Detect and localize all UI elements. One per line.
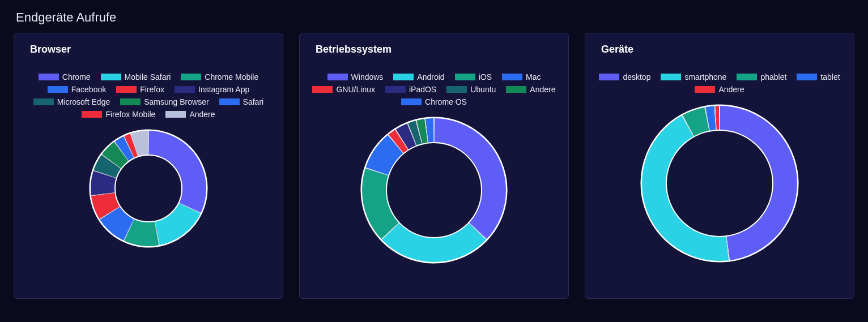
legend-label: Instagram App bbox=[198, 85, 249, 94]
legend-item-browser-2[interactable]: Chrome Mobile bbox=[181, 72, 258, 81]
legend-label: Windows bbox=[351, 72, 384, 81]
legend-swatch bbox=[393, 74, 414, 80]
legend-swatch bbox=[48, 86, 68, 93]
legend-label: Andere bbox=[189, 110, 215, 119]
legend-label: iOS bbox=[479, 72, 492, 81]
cards-row: Browser ChromeMobile SafariChrome Mobile… bbox=[14, 33, 854, 299]
legend-item-devices-2[interactable]: phablet bbox=[737, 72, 786, 81]
legend-item-browser-4[interactable]: Firefox bbox=[116, 85, 164, 94]
legend-item-browser-7[interactable]: Samsung Browser bbox=[120, 97, 209, 106]
legend-item-devices-4[interactable]: Andere bbox=[695, 85, 744, 94]
legend-swatch bbox=[82, 111, 102, 118]
donut-slice-browser-2[interactable] bbox=[129, 230, 157, 234]
legend-label: Safari bbox=[243, 97, 264, 106]
legend-label: Firefox Mobile bbox=[105, 110, 155, 119]
donut-slice-browser-9[interactable] bbox=[129, 145, 134, 147]
legend-item-os-5[interactable]: iPadOS bbox=[385, 85, 436, 94]
donut-slice-devices-2[interactable] bbox=[688, 119, 707, 126]
chart-wrap-browser bbox=[24, 129, 273, 248]
legend-item-browser-0[interactable]: Chrome bbox=[39, 72, 91, 81]
donut-slice-os-7[interactable] bbox=[419, 131, 426, 132]
donut-slice-os-8[interactable] bbox=[427, 130, 433, 131]
donut-slice-browser-3[interactable] bbox=[110, 213, 129, 230]
legend-label: smartphone bbox=[684, 72, 726, 81]
legend-item-os-3[interactable]: Mac bbox=[502, 72, 541, 81]
card-browser: Browser ChromeMobile SafariChrome Mobile… bbox=[14, 33, 283, 299]
donut-chart-devices bbox=[640, 104, 799, 263]
legend-label: Chrome OS bbox=[425, 97, 467, 106]
legend-item-browser-8[interactable]: Safari bbox=[219, 97, 264, 106]
donut-slice-browser-6[interactable] bbox=[105, 162, 111, 174]
legend-item-browser-10[interactable]: Andere bbox=[165, 110, 215, 119]
legend-os: WindowsAndroidiOSMacGNU/LinuxiPadOSUbunt… bbox=[312, 72, 556, 106]
legend-swatch bbox=[506, 86, 526, 93]
legend-item-browser-1[interactable]: Mobile Safari bbox=[101, 72, 171, 81]
legend-item-browser-5[interactable]: Instagram App bbox=[175, 85, 249, 94]
donut-slice-os-4[interactable] bbox=[396, 140, 402, 144]
card-title-browser: Browser bbox=[30, 44, 273, 55]
legend-swatch bbox=[165, 111, 186, 118]
legend-item-devices-3[interactable]: tablet bbox=[797, 72, 840, 81]
legend-swatch bbox=[797, 74, 817, 80]
legend-swatch bbox=[312, 86, 333, 93]
donut-slice-os-5[interactable] bbox=[402, 135, 411, 139]
donut-chart-os bbox=[360, 117, 508, 264]
donut-slice-browser-4[interactable] bbox=[103, 195, 110, 213]
legend-label: Facebook bbox=[71, 85, 106, 94]
legend-item-os-4[interactable]: GNU/Linux bbox=[312, 85, 375, 94]
legend-label: Android bbox=[417, 72, 444, 81]
legend-swatch bbox=[175, 86, 195, 93]
legend-item-os-8[interactable]: Chrome OS bbox=[401, 97, 467, 106]
legend-label: Firefox bbox=[140, 85, 164, 94]
donut-hole bbox=[386, 143, 482, 238]
chart-wrap-devices bbox=[595, 104, 844, 263]
card-devices: Geräte desktopsmartphonephablettabletAnd… bbox=[585, 33, 854, 299]
legend-label: iPadOS bbox=[409, 85, 436, 94]
legend-label: Samsung Browser bbox=[144, 97, 209, 106]
legend-item-browser-6[interactable]: Microsoft Edge bbox=[33, 97, 110, 106]
legend-devices: desktopsmartphonephablettabletAndere bbox=[598, 72, 841, 94]
legend-item-os-6[interactable]: Ubuntu bbox=[446, 85, 496, 94]
legend-label: Mobile Safari bbox=[125, 72, 171, 81]
legend-item-os-2[interactable]: iOS bbox=[455, 72, 492, 81]
legend-label: Mac bbox=[526, 72, 541, 81]
card-title-devices: Geräte bbox=[601, 44, 844, 55]
legend-swatch bbox=[446, 86, 467, 93]
legend-swatch bbox=[695, 86, 715, 93]
donut-slice-browser-5[interactable] bbox=[103, 175, 105, 194]
legend-label: Andere bbox=[718, 85, 744, 94]
legend-item-devices-0[interactable]: desktop bbox=[599, 72, 650, 81]
legend-item-os-0[interactable]: Windows bbox=[327, 72, 384, 81]
legend-swatch bbox=[116, 86, 137, 93]
legend-label: desktop bbox=[623, 72, 650, 81]
legend-item-os-1[interactable]: Android bbox=[393, 72, 444, 81]
legend-label: Chrome bbox=[62, 72, 91, 81]
donut-slice-devices-3[interactable] bbox=[708, 118, 715, 119]
legend-label: Chrome Mobile bbox=[205, 72, 258, 81]
donut-slice-os-6[interactable] bbox=[412, 132, 419, 135]
legend-swatch bbox=[455, 74, 475, 80]
legend-item-browser-3[interactable]: Facebook bbox=[48, 85, 106, 94]
legend-swatch bbox=[181, 74, 201, 80]
legend-item-os-7[interactable]: Andere bbox=[506, 85, 555, 94]
legend-swatch bbox=[101, 74, 121, 80]
donut-slice-browser-8[interactable] bbox=[122, 147, 129, 151]
legend-swatch bbox=[401, 98, 422, 105]
legend-swatch bbox=[39, 74, 59, 80]
donut-slice-browser-7[interactable] bbox=[112, 152, 121, 161]
donut-hole bbox=[666, 130, 773, 237]
legend-swatch bbox=[661, 74, 681, 80]
section-title: Endgeräte Aufrufe bbox=[16, 10, 854, 25]
legend-item-devices-1[interactable]: smartphone bbox=[661, 72, 726, 81]
card-title-os: Betriebssystem bbox=[316, 44, 558, 55]
page: Endgeräte Aufrufe Browser ChromeMobile S… bbox=[0, 0, 868, 312]
legend-label: Microsoft Edge bbox=[57, 97, 110, 106]
legend-label: Ubuntu bbox=[470, 85, 496, 94]
legend-swatch bbox=[385, 86, 406, 93]
legend-label: GNU/Linux bbox=[336, 85, 375, 94]
legend-item-browser-9[interactable]: Firefox Mobile bbox=[82, 110, 155, 119]
legend-label: phablet bbox=[760, 72, 786, 81]
donut-slice-browser-10[interactable] bbox=[135, 143, 148, 145]
chart-wrap-os bbox=[310, 117, 558, 264]
legend-swatch bbox=[502, 74, 522, 80]
